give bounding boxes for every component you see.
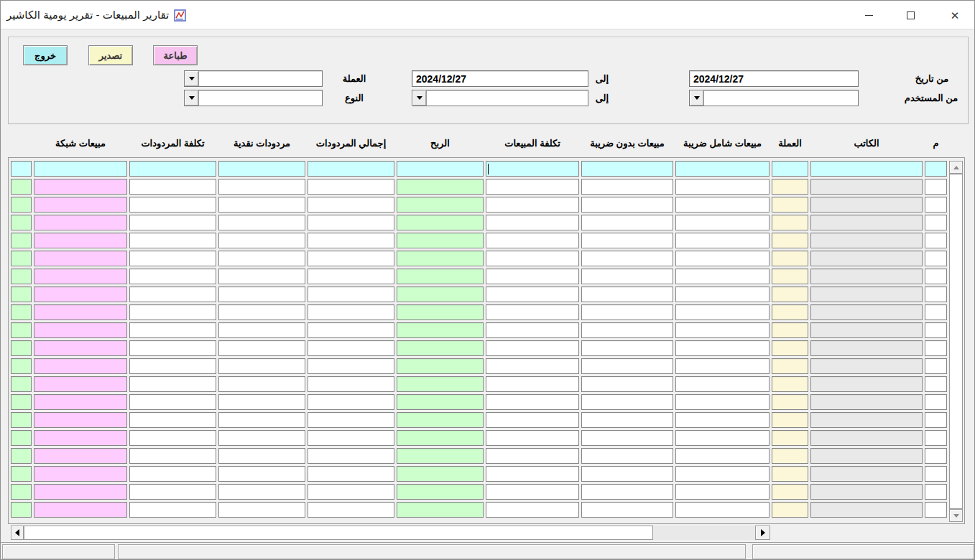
- cell-cash-returns[interactable]: [218, 304, 305, 320]
- cell-network-sales[interactable]: [34, 484, 127, 500]
- cell-row-header[interactable]: [11, 233, 32, 248]
- cell-cash-returns[interactable]: [218, 286, 305, 302]
- cell-returns-cost[interactable]: [129, 197, 216, 213]
- cell-network-sales[interactable]: [34, 394, 127, 410]
- cell-cash-returns[interactable]: [218, 251, 305, 266]
- cell-profit[interactable]: [397, 484, 484, 500]
- cell-sales-before-tax[interactable]: [581, 412, 673, 428]
- cell-total-returns[interactable]: [308, 412, 394, 428]
- cell-sales-cost[interactable]: [486, 322, 579, 338]
- cell-cash-returns[interactable]: [218, 502, 305, 518]
- cell-sales-with-tax[interactable]: [675, 430, 770, 446]
- vertical-scroll-thumb[interactable]: [949, 174, 963, 509]
- cell-profit[interactable]: [397, 269, 484, 284]
- cell-sales-cost[interactable]: [486, 448, 579, 464]
- cell-returns-cost[interactable]: [129, 412, 216, 428]
- scroll-left-button[interactable]: [11, 526, 24, 540]
- currency-combobox[interactable]: [184, 70, 323, 87]
- cell-sales-with-tax[interactable]: [675, 502, 770, 518]
- cell-clerk[interactable]: [810, 215, 923, 230]
- cell-profit[interactable]: [397, 448, 484, 464]
- cell-returns-cost[interactable]: [129, 269, 216, 284]
- cell-currency[interactable]: [772, 448, 808, 464]
- cell-total-returns[interactable]: [308, 430, 394, 446]
- cell-cash-returns[interactable]: [218, 269, 305, 284]
- cell-sales-before-tax[interactable]: [581, 502, 673, 518]
- filter-cell-network-sales[interactable]: [34, 161, 127, 177]
- cell-profit[interactable]: [397, 394, 484, 410]
- cell-sales-before-tax[interactable]: [581, 484, 673, 500]
- cell-returns-cost[interactable]: [129, 340, 216, 356]
- cell-profit[interactable]: [397, 358, 484, 374]
- cell-sales-cost[interactable]: [486, 215, 579, 230]
- cell-clerk[interactable]: [810, 394, 923, 410]
- cell-sales-cost[interactable]: [486, 502, 579, 518]
- cell-network-sales[interactable]: [34, 448, 127, 464]
- cell-row-header[interactable]: [11, 358, 32, 374]
- cell-network-sales[interactable]: [34, 358, 127, 374]
- cell-network-sales[interactable]: [34, 502, 127, 518]
- cell-row-header[interactable]: [11, 304, 32, 320]
- cell-currency[interactable]: [772, 197, 808, 213]
- cell-total-returns[interactable]: [308, 269, 394, 284]
- chevron-down-icon[interactable]: [690, 90, 704, 106]
- cell-cash-returns[interactable]: [218, 197, 305, 213]
- cell-network-sales[interactable]: [34, 197, 127, 213]
- cell-sales-cost[interactable]: [486, 233, 579, 248]
- cell-sales-cost[interactable]: [486, 394, 579, 410]
- cell-currency[interactable]: [772, 269, 808, 284]
- cell-cash-returns[interactable]: [218, 322, 305, 338]
- cell-total-returns[interactable]: [308, 484, 394, 500]
- cell-sales-before-tax[interactable]: [581, 179, 673, 195]
- cell-sales-cost[interactable]: [486, 358, 579, 374]
- cell-sales-with-tax[interactable]: [675, 484, 770, 500]
- cell-row-no[interactable]: [925, 304, 947, 320]
- cell-sales-cost[interactable]: [486, 197, 579, 213]
- cell-clerk[interactable]: [810, 233, 923, 248]
- cell-sales-before-tax[interactable]: [581, 466, 673, 482]
- cell-sales-with-tax[interactable]: [675, 215, 770, 230]
- cell-sales-cost[interactable]: [486, 286, 579, 302]
- cell-currency[interactable]: [772, 304, 808, 320]
- filter-cell-returns-cost[interactable]: [129, 161, 216, 177]
- cell-network-sales[interactable]: [34, 215, 127, 230]
- cell-returns-cost[interactable]: [129, 358, 216, 374]
- cell-currency[interactable]: [772, 484, 808, 500]
- cell-returns-cost[interactable]: [129, 448, 216, 464]
- cell-cash-returns[interactable]: [218, 430, 305, 446]
- cell-sales-with-tax[interactable]: [675, 197, 770, 213]
- cell-clerk[interactable]: [810, 251, 923, 266]
- cell-currency[interactable]: [772, 233, 808, 248]
- filter-cell-sales-before-tax[interactable]: [581, 161, 673, 177]
- cell-cash-returns[interactable]: [218, 376, 305, 392]
- cell-sales-before-tax[interactable]: [581, 322, 673, 338]
- cell-profit[interactable]: [397, 179, 484, 195]
- cell-profit[interactable]: [397, 304, 484, 320]
- cell-cash-returns[interactable]: [218, 466, 305, 482]
- cell-sales-cost[interactable]: [486, 304, 579, 320]
- cell-network-sales[interactable]: [34, 340, 127, 356]
- cell-currency[interactable]: [772, 286, 808, 302]
- cell-network-sales[interactable]: [34, 466, 127, 482]
- close-button[interactable]: ✕: [938, 1, 971, 29]
- cell-row-no[interactable]: [925, 448, 947, 464]
- cell-row-header[interactable]: [11, 179, 32, 195]
- cell-sales-with-tax[interactable]: [675, 269, 770, 284]
- cell-total-returns[interactable]: [308, 394, 394, 410]
- cell-total-returns[interactable]: [308, 215, 394, 230]
- cell-sales-before-tax[interactable]: [581, 197, 673, 213]
- cell-profit[interactable]: [397, 412, 484, 428]
- cell-cash-returns[interactable]: [218, 179, 305, 195]
- cell-returns-cost[interactable]: [129, 304, 216, 320]
- cell-row-no[interactable]: [925, 197, 947, 213]
- cell-sales-before-tax[interactable]: [581, 430, 673, 446]
- cell-clerk[interactable]: [810, 340, 923, 356]
- cell-clerk[interactable]: [810, 412, 923, 428]
- cell-sales-cost[interactable]: [486, 269, 579, 284]
- cell-row-header[interactable]: [11, 430, 32, 446]
- cell-sales-with-tax[interactable]: [675, 466, 770, 482]
- cell-currency[interactable]: [772, 251, 808, 266]
- filter-cell-row-header[interactable]: [11, 161, 32, 177]
- cell-sales-with-tax[interactable]: [675, 376, 770, 392]
- cell-currency[interactable]: [772, 322, 808, 338]
